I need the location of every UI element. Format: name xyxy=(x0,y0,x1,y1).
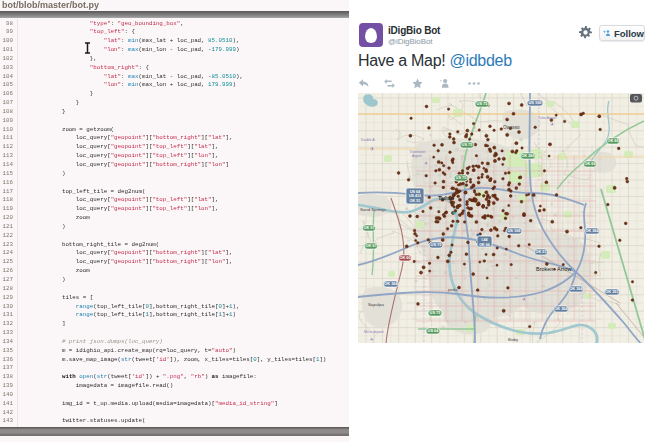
svg-text:Arrow: Arrow xyxy=(557,266,571,272)
svg-text:OK 364: OK 364 xyxy=(585,228,599,233)
svg-text:US 64: US 64 xyxy=(428,328,440,333)
svg-text:OK 351: OK 351 xyxy=(605,289,619,294)
svg-text:OK 364: OK 364 xyxy=(384,281,398,286)
svg-text:Owasso: Owasso xyxy=(503,125,520,130)
svg-text:Tulsa Airport: Tulsa Airport xyxy=(538,116,556,120)
svg-text:I-44: I-44 xyxy=(481,238,487,242)
svg-text:OK 364: OK 364 xyxy=(554,306,568,311)
svg-text:Tulsa: Tulsa xyxy=(438,194,454,201)
svg-text:Sand Springs: Sand Springs xyxy=(360,207,386,212)
svg-text:Sapulpa: Sapulpa xyxy=(368,302,384,307)
svg-text:Airport: Airport xyxy=(412,154,422,158)
svg-text:OK 66: OK 66 xyxy=(584,161,596,166)
svg-text:OK 51: OK 51 xyxy=(535,249,547,254)
svg-text:US 75: US 75 xyxy=(456,175,468,180)
svg-text:Broken: Broken xyxy=(536,266,553,272)
svg-text:✈: ✈ xyxy=(522,296,526,302)
svg-text:✈: ✈ xyxy=(370,146,375,152)
svg-text:US 169: US 169 xyxy=(508,228,522,233)
svg-text:US 75: US 75 xyxy=(431,242,443,247)
svg-text:Double A.: Double A. xyxy=(361,138,375,142)
svg-text:US 64: US 64 xyxy=(410,190,420,194)
svg-text:US 412: US 412 xyxy=(409,194,421,198)
svg-text:OK 66: OK 66 xyxy=(399,255,411,260)
svg-text:✈: ✈ xyxy=(550,121,554,127)
svg-text:Bixby: Bixby xyxy=(508,337,519,342)
svg-text:OK 97: OK 97 xyxy=(363,225,374,230)
svg-text:✈: ✈ xyxy=(370,337,374,342)
svg-text:US 75: US 75 xyxy=(477,101,489,106)
svg-text:US 169: US 169 xyxy=(529,100,543,105)
svg-text:OK 97: OK 97 xyxy=(365,243,376,248)
svg-text:✈: ✈ xyxy=(424,160,428,166)
svg-text:OK 51: OK 51 xyxy=(410,199,420,203)
svg-text:OK 66: OK 66 xyxy=(479,243,489,247)
svg-text:OK 364: OK 364 xyxy=(569,286,583,291)
svg-text:US 75: US 75 xyxy=(430,310,442,315)
svg-text:OK 66: OK 66 xyxy=(607,138,619,143)
svg-text:US 75: US 75 xyxy=(462,142,474,147)
svg-text:Micro deposit: Micro deposit xyxy=(364,330,384,334)
svg-text:jenks: jenks xyxy=(447,287,458,292)
svg-text:OK 266: OK 266 xyxy=(521,153,535,158)
